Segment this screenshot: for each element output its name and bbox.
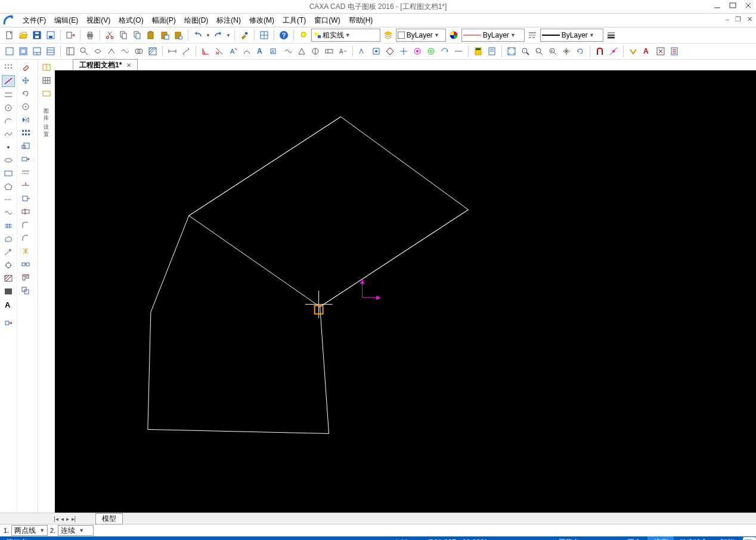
draw-centerline-button[interactable] [2, 194, 14, 205]
draw-text-button[interactable]: A [2, 299, 14, 310]
dim-leader-button[interactable]: A [268, 45, 280, 57]
status-ortho[interactable]: 正交 [621, 536, 647, 540]
zoom-all-button[interactable] [506, 45, 518, 57]
dim-text-button[interactable]: A [255, 45, 267, 57]
saveas-button[interactable] [45, 29, 57, 41]
draw-line-button[interactable] [2, 75, 15, 87]
sym-center-button[interactable] [398, 45, 410, 57]
mod-copy-button[interactable] [20, 285, 32, 296]
close-button[interactable] [744, 1, 752, 10]
app-icon[interactable] [2, 14, 14, 26]
mod-break-button[interactable] [20, 206, 32, 217]
mod-join-button[interactable] [20, 259, 32, 269]
draw-point-button[interactable] [2, 142, 14, 153]
query-list-button[interactable] [668, 45, 680, 57]
mod-offset-button[interactable] [20, 167, 32, 178]
mdi-restore-button[interactable]: ❐ [735, 15, 741, 23]
paste-button[interactable] [145, 29, 157, 41]
tb2-paramtable-button[interactable] [45, 45, 57, 57]
copy-base-button[interactable] [131, 29, 143, 41]
dim-datum-button[interactable]: A [337, 45, 349, 57]
status-lineweight[interactable]: 线宽 [647, 536, 674, 540]
linetype-manager-button[interactable] [526, 29, 538, 41]
draw-block-button[interactable] [2, 318, 14, 329]
file-tab[interactable]: 工程图文档1* ✕ [73, 59, 138, 71]
mod-circle-center-button[interactable] [20, 101, 32, 112]
draw-rect-button[interactable] [2, 168, 14, 179]
menu-page[interactable]: 幅面(P) [148, 14, 179, 27]
paste-special-button[interactable] [159, 29, 171, 41]
menu-modify[interactable]: 修改(M) [246, 14, 278, 27]
draw-double-button[interactable] [2, 221, 14, 231]
menu-window[interactable]: 窗口(W) [311, 14, 343, 27]
sym-weld-button[interactable] [370, 45, 382, 57]
dim-baseline-button[interactable] [309, 45, 321, 57]
aux-vtext2-button[interactable]: 设置 [41, 123, 52, 139]
aux-grid-button[interactable] [41, 75, 52, 86]
draw-dots-icon[interactable] [2, 62, 14, 73]
tab-last-icon[interactable]: ▸| [72, 516, 76, 522]
status-smart[interactable]: 智能 [714, 536, 740, 540]
print-button[interactable] [84, 29, 96, 41]
menu-format[interactable]: 格式(O) [115, 14, 147, 27]
sym-arrow-button[interactable] [439, 45, 451, 57]
menu-draw[interactable]: 绘图(D) [181, 14, 212, 27]
draw-gear-button[interactable] [2, 260, 14, 271]
draw-parallel-button[interactable] [2, 89, 14, 100]
new-button[interactable] [4, 29, 16, 41]
draw-hatch-button[interactable] [2, 273, 14, 284]
query-prop-button[interactable] [655, 45, 667, 57]
paste-special2-button[interactable] [172, 29, 184, 41]
mod-array-button[interactable] [20, 128, 32, 138]
tb2-hatch-button[interactable] [147, 45, 159, 57]
sym-datum-button[interactable] [384, 45, 396, 57]
help-button[interactable]: ? [278, 29, 290, 41]
mod-mirror-button[interactable] [20, 114, 32, 125]
draw-fill-button[interactable] [2, 286, 14, 297]
osnap-button[interactable] [608, 45, 619, 57]
menu-view[interactable]: 视图(V) [83, 14, 114, 27]
aux-parts-button[interactable] [41, 88, 52, 99]
draw-arrow-button[interactable] [2, 247, 14, 257]
model-tab[interactable]: 模型 [95, 513, 123, 525]
save-button[interactable] [31, 29, 43, 41]
design-center-button[interactable] [258, 29, 270, 41]
redo-dropdown[interactable]: ▼ [226, 33, 231, 38]
layer-manager-button[interactable] [382, 29, 394, 41]
sym-break-button[interactable] [453, 45, 464, 57]
pan-button[interactable] [560, 45, 572, 57]
maximize-button[interactable] [729, 1, 737, 10]
undo-button[interactable] [192, 29, 204, 41]
tb2-titleblock-button[interactable] [31, 45, 43, 57]
dim-linear-button[interactable] [166, 45, 178, 57]
mod-scale-button[interactable] [20, 141, 32, 151]
aux-vtext1-button[interactable]: 图库 [41, 110, 52, 120]
dim-arc-button[interactable] [241, 45, 253, 57]
mod-trim-button[interactable] [20, 180, 32, 191]
mdi-minimize-button[interactable]: – [726, 15, 729, 23]
mod-move-button[interactable] [20, 75, 32, 86]
zoom-prev-button[interactable]: - [533, 45, 545, 57]
match-button[interactable] [238, 29, 250, 41]
dim-chain-button[interactable] [282, 45, 294, 57]
tb2-bom-button[interactable] [64, 45, 76, 57]
dim-aligned-button[interactable] [180, 45, 192, 57]
status-dyninput[interactable]: 动态输入 [674, 536, 714, 540]
mod-fillet-button[interactable] [20, 219, 32, 230]
dim-radius-button[interactable]: R [213, 45, 225, 57]
notepad-button[interactable] [486, 45, 498, 57]
tb2-symbol1-button[interactable] [92, 45, 104, 57]
dim-tolerance-button[interactable] [323, 45, 335, 57]
redo-button[interactable] [212, 29, 224, 41]
dim-diameter-button[interactable]: A [227, 45, 239, 57]
minimize-button[interactable] [713, 1, 721, 10]
draw-circle-button[interactable] [2, 103, 14, 113]
cut-button[interactable] [104, 29, 116, 41]
mod-explode-button[interactable] [20, 246, 32, 256]
lineweight-combo[interactable]: ByLayer ▼ [461, 29, 525, 42]
zoom-realtime-button[interactable]: + [547, 45, 559, 57]
aux-lib-button[interactable] [41, 62, 52, 73]
linestyle-combo[interactable]: ByLayer ▼ [540, 29, 603, 42]
tb2-symbol2-button[interactable] [106, 45, 117, 57]
drawing-canvas[interactable] [55, 70, 756, 513]
